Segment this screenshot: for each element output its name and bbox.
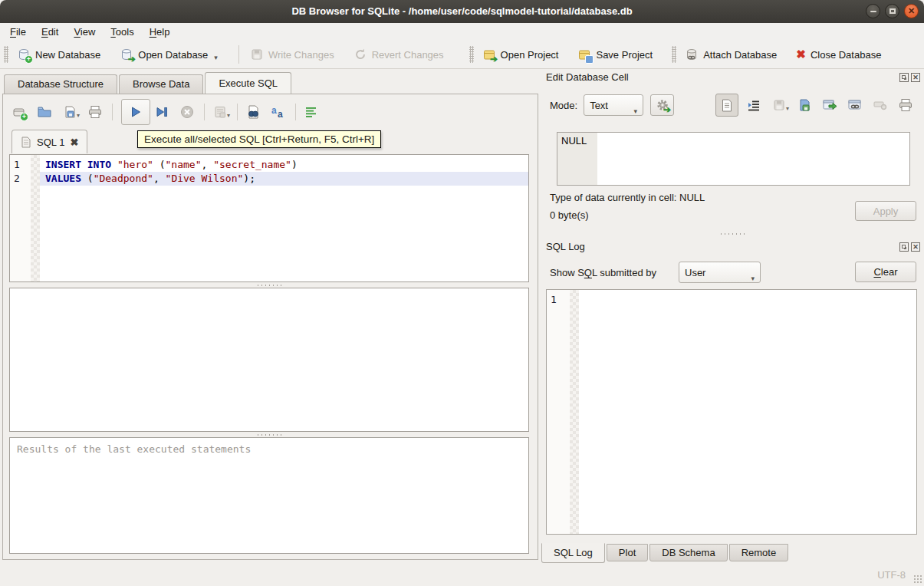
line-number: 1 [14,158,31,172]
tab-database-structure[interactable]: Database Structure [4,74,117,94]
chevron-down-icon[interactable]: ▾ [214,54,218,61]
close-database-label: Close Database [811,49,882,61]
save-file-icon: ▾ [63,105,77,119]
write-changes-label: Write Changes [268,49,334,61]
fold-margin [570,290,579,534]
execute-all-button[interactable] [121,99,150,125]
log-filter-row: Show SQL submitted by User ▾ Clear [541,262,924,284]
open-database-button[interactable]: ➔ Open Database ▾ [115,45,222,64]
encoding-indicator[interactable]: UTF-8 [877,569,906,581]
close-icon: ✕ [912,74,919,81]
float-icon [902,245,906,249]
find-replace-icon [245,104,261,120]
chevron-down-icon: ▾ [751,275,755,282]
open-project-button[interactable]: ➔ Open Project [478,45,564,64]
save-cell-button[interactable]: ▾ [771,97,788,114]
clear-button[interactable]: Clear [855,262,916,282]
execute-sql-page: + ▾ [2,94,538,560]
import-data-button[interactable] [796,97,813,114]
format-identifiers-icon: aa [271,104,286,120]
menu-edit[interactable]: Edit [34,24,66,40]
close-tab-icon[interactable]: ✖ [70,137,78,148]
save-icon: ▾ [772,98,786,112]
save-sql-file-button[interactable]: ▾ [61,104,78,120]
link-data-button[interactable] [847,97,863,114]
project-save-icon [577,48,591,61]
dock-tab-bar: SQL Log Plot DB Schema Remote [541,544,790,563]
sql-code[interactable]: INSERT INTO "hero" ("name", "secret_name… [40,155,528,281]
submitted-by-select[interactable]: User ▾ [679,262,761,283]
text-mode-button[interactable] [715,94,738,117]
splitter-dots-icon [256,433,282,436]
sql-editor[interactable]: 12 INSERT INTO "hero" ("name", "secret_n… [9,154,529,282]
new-database-button[interactable]: + New Database [12,45,105,64]
code-line[interactable]: INSERT INTO "hero" ("name", "secret_name… [40,158,528,172]
cell-type-info: Type of data currently in cell: NULL [550,192,705,203]
close-icon: ✕ [908,7,915,15]
maximize-button[interactable] [885,4,899,18]
revert-changes-button[interactable]: Revert Changes [349,45,449,64]
mode-select[interactable]: Text ▾ [584,94,643,116]
title-bar: DB Browser for SQLite - /home/user/code/… [0,0,924,23]
menu-help[interactable]: Help [142,24,178,40]
stop-button[interactable] [179,104,196,120]
menu-view[interactable]: View [66,24,103,40]
execute-current-line-button[interactable] [153,104,170,120]
splitter-handle[interactable] [9,282,529,288]
tab-remote[interactable]: Remote [729,544,789,561]
export-data-button[interactable] [821,97,838,114]
format-identifiers-button[interactable]: aa [270,104,287,120]
print-cell-button[interactable] [897,97,914,114]
sql-document-tab[interactable]: SQL 1 ✖ [12,130,87,153]
fold-margin [31,155,40,281]
open-tab-button[interactable]: + [11,104,28,120]
find-replace-button[interactable] [245,104,261,120]
toolbar-drag-handle[interactable] [672,46,676,63]
edit-cell-title: Edit Database Cell [546,71,629,83]
splitter-handle[interactable] [556,231,909,236]
minimize-button[interactable] [866,4,880,18]
toolbar-drag-handle[interactable] [4,46,8,63]
print-button[interactable] [87,104,104,120]
main-toolbar: + New Database ➔ Open Database ▾ Write C… [0,41,924,69]
tab-db-schema[interactable]: DB Schema [649,544,727,561]
float-icon [902,75,906,79]
menu-file[interactable]: File [2,24,34,40]
project-open-icon: ➔ [482,48,496,61]
tab-browse-data[interactable]: Browse Data [119,74,203,94]
indent-icon [747,98,761,112]
splitter-handle[interactable] [9,432,529,437]
toolbar-separator [237,104,238,120]
results-grid[interactable] [9,288,529,432]
save-results-button[interactable]: ▾ [212,104,229,120]
tab-execute-sql[interactable]: Execute SQL [205,72,291,94]
attach-database-label: Attach Database [703,49,777,61]
code-line[interactable]: VALUES ("Deadpond", "Dive Wilson"); [40,172,528,186]
auto-apply-button[interactable]: ➔ [650,94,674,116]
menu-tools[interactable]: Tools [103,24,141,40]
word-wrap-button[interactable] [303,104,320,120]
sql-log-view[interactable]: 1 [546,289,917,535]
close-database-button[interactable]: ✖ Close Database [791,45,886,64]
close-button[interactable]: ✕ [904,4,919,18]
execute-all-icon [129,105,143,119]
apply-button[interactable]: Apply [855,201,916,221]
attach-database-button[interactable]: Attach Database [680,45,781,64]
word-wrap-cell-button[interactable] [745,97,762,114]
tab-plot[interactable]: Plot [607,544,648,561]
open-sql-file-button[interactable] [36,104,53,120]
cell-editor[interactable]: NULL [557,132,910,186]
export-icon [822,98,837,112]
sql-tab-label: SQL 1 [37,137,64,148]
write-changes-button[interactable]: Write Changes [245,45,339,64]
floppy-badge-icon [585,55,594,64]
float-dock-button[interactable] [899,242,909,252]
tab-sql-log[interactable]: SQL Log [541,543,605,563]
resize-grip[interactable] [913,574,922,583]
close-dock-button[interactable]: ✕ [911,242,920,252]
close-dock-button[interactable]: ✕ [911,73,920,82]
float-dock-button[interactable] [899,73,909,82]
set-null-button[interactable] [872,97,889,114]
toolbar-drag-handle[interactable] [469,46,474,63]
save-project-button[interactable]: Save Project [573,45,657,64]
